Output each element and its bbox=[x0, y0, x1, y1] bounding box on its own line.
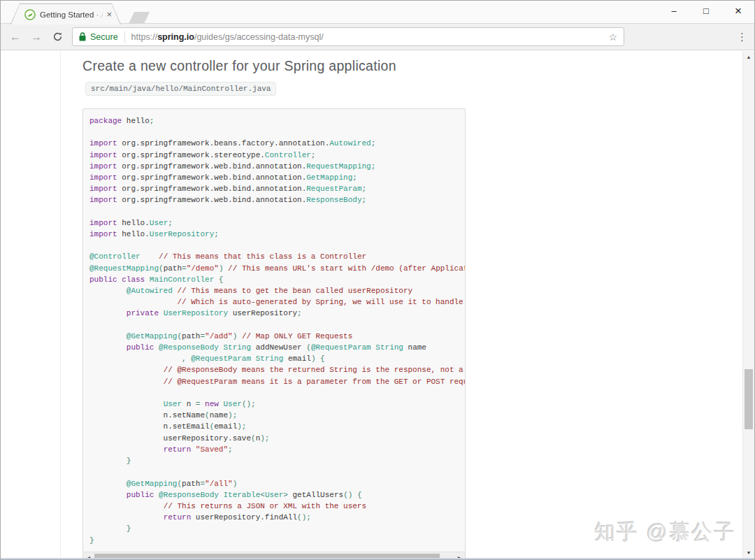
code-line: public @ResponseBody String addNewUser (… bbox=[89, 342, 465, 353]
code-line: // Which is auto-generated by Spring, we… bbox=[89, 296, 465, 308]
url-path: /guides/gs/accessing-data-mysql/ bbox=[194, 32, 324, 42]
refresh-button[interactable] bbox=[47, 27, 68, 48]
code-line: userRepository.save(n); bbox=[89, 433, 465, 444]
code-line bbox=[89, 127, 465, 138]
code-line: import org.springframework.web.bind.anno… bbox=[89, 172, 465, 183]
code-line: @RequestMapping(path="/demo") // This me… bbox=[89, 263, 465, 274]
tab-close-icon[interactable]: × bbox=[105, 9, 113, 20]
browser-window: Getting Started · Accessi × – □ × ← → bbox=[0, 0, 755, 560]
code-line: User n = new User(); bbox=[89, 399, 465, 410]
forward-button[interactable]: → bbox=[26, 27, 47, 48]
scroll-up-icon[interactable]: ▲ bbox=[743, 52, 754, 62]
code-line: private UserRepository userRepository; bbox=[89, 308, 465, 319]
page-title: Create a new controller for your Spring … bbox=[82, 58, 754, 74]
code-line: package hello; bbox=[89, 115, 465, 127]
tab-title: Getting Started · Accessi bbox=[40, 10, 105, 19]
content-left-rule bbox=[60, 51, 61, 558]
window-bottom-edge bbox=[1, 558, 754, 559]
code-line: import org.springframework.web.bind.anno… bbox=[89, 183, 465, 194]
scroll-left-icon[interactable]: ◄ bbox=[84, 552, 94, 558]
code-line bbox=[89, 466, 465, 478]
code-line: @GetMapping(path="/add") // Map ONLY GET… bbox=[89, 331, 465, 342]
omnibox-divider bbox=[124, 31, 125, 43]
secure-label: Secure bbox=[90, 32, 118, 42]
close-window-button[interactable]: × bbox=[722, 1, 754, 21]
spring-favicon-icon bbox=[24, 9, 36, 20]
file-path-badge: src/main/java/hello/MainController.java bbox=[85, 82, 276, 96]
code-line: @Controller // This means that this clas… bbox=[89, 251, 465, 262]
watermark: 知乎 @慕公子 bbox=[594, 518, 736, 547]
code-line: public class MainController { bbox=[89, 274, 465, 285]
code-line: n.setName(name); bbox=[89, 410, 465, 421]
minimize-button[interactable]: – bbox=[658, 1, 690, 21]
url-host: spring.io bbox=[157, 32, 194, 42]
code-line bbox=[89, 320, 465, 331]
refresh-icon bbox=[52, 31, 63, 42]
back-button[interactable]: ← bbox=[5, 27, 26, 48]
code-line: } bbox=[89, 455, 465, 466]
code-line: import org.springframework.beans.factory… bbox=[89, 138, 465, 149]
code-line: return userRepository.findAll(); bbox=[89, 512, 465, 523]
code-line: // This returns a JSON or XML with the u… bbox=[89, 501, 465, 512]
tab-strip: Getting Started · Accessi × – □ × bbox=[1, 1, 754, 24]
scroll-down-icon[interactable]: ▼ bbox=[743, 547, 754, 557]
code-line: } bbox=[89, 535, 465, 546]
scroll-right-icon[interactable]: ► bbox=[454, 552, 464, 558]
code-line: n.setEmail(email); bbox=[89, 421, 465, 432]
address-bar[interactable]: Secure https://spring.io/guides/gs/acces… bbox=[72, 27, 624, 46]
code-lines: package hello; import org.springframewor… bbox=[83, 109, 465, 552]
window-controls: – □ × bbox=[658, 1, 754, 21]
code-line: // @RequestParam means it is a parameter… bbox=[89, 376, 465, 387]
page-vertical-scrollbar[interactable]: ▲ ▼ bbox=[742, 51, 754, 558]
code-line: public @ResponseBody Iterable<User> getA… bbox=[89, 489, 465, 501]
page-content: Create a new controller for your Spring … bbox=[1, 51, 754, 558]
code-line: import org.springframework.stereotype.Co… bbox=[89, 150, 465, 161]
code-horizontal-scrollbar[interactable]: ◄ ► bbox=[83, 552, 465, 558]
code-line: import org.springframework.web.bind.anno… bbox=[89, 194, 465, 206]
url-scheme: https:// bbox=[131, 32, 158, 42]
code-line bbox=[89, 387, 465, 399]
code-block: package hello; import org.springframewor… bbox=[82, 108, 466, 558]
code-line bbox=[89, 240, 465, 251]
browser-toolbar: ← → Secure https://spring.io/guides/gs/a… bbox=[1, 24, 754, 50]
code-line: , @RequestParam String email) { bbox=[89, 353, 465, 364]
code-line: import hello.User; bbox=[89, 217, 465, 229]
code-line: @Autowired // This means to get the bean… bbox=[89, 285, 465, 296]
browser-tab[interactable]: Getting Started · Accessi × bbox=[10, 3, 121, 24]
code-line bbox=[89, 206, 465, 217]
new-tab-button[interactable] bbox=[129, 12, 150, 24]
code-line: import hello.UserRepository; bbox=[89, 229, 465, 240]
code-line: @GetMapping(path="/all") bbox=[89, 478, 465, 489]
vertical-scroll-thumb[interactable] bbox=[745, 369, 753, 429]
browser-menu-icon[interactable]: ⋮ bbox=[737, 31, 747, 43]
bookmark-star-icon[interactable]: ☆ bbox=[608, 31, 617, 43]
code-line: return "Saved"; bbox=[89, 444, 465, 455]
maximize-button[interactable]: □ bbox=[690, 1, 722, 21]
lock-icon[interactable] bbox=[79, 32, 86, 41]
code-line: import org.springframework.web.bind.anno… bbox=[89, 161, 465, 172]
code-line: // @ResponseBody means the returned Stri… bbox=[89, 364, 465, 375]
code-line: } bbox=[89, 523, 465, 534]
